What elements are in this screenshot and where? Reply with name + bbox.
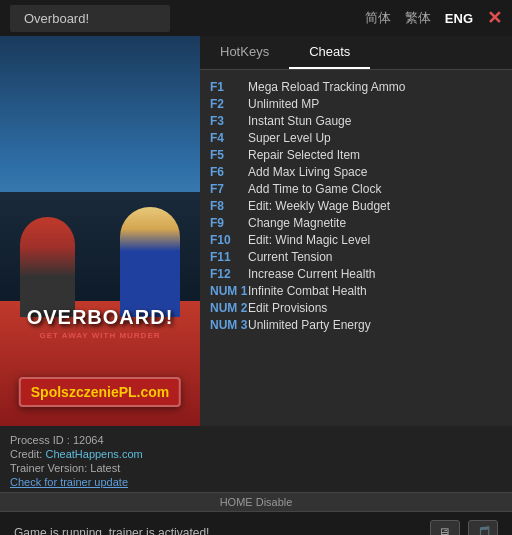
status-icons: 🖥 🎵 xyxy=(430,520,498,536)
cheat-row-f5: F5 Repair Selected Item xyxy=(210,146,502,163)
cheat-row-f6: F6 Add Max Living Space xyxy=(210,163,502,180)
window-title: Overboard! xyxy=(10,5,170,32)
status-bar: Game is running, trainer is activated! 🖥… xyxy=(0,511,512,535)
tab-bar: HotKeys Cheats xyxy=(200,36,512,70)
cheat-row-f9: F9 Change Magnetite xyxy=(210,214,502,231)
cheat-label-f3: Instant Stun Gauge xyxy=(248,114,351,128)
cheat-key-f7: F7 xyxy=(210,182,248,196)
credit-label: Credit: xyxy=(10,448,42,460)
bottom-info: Process ID : 12064 Credit: CheatHappens.… xyxy=(0,426,512,492)
right-panel: HotKeys Cheats F1 Mega Reload Tracking A… xyxy=(200,36,512,426)
cheat-label-f6: Add Max Living Space xyxy=(248,165,367,179)
music-icon-btn[interactable]: 🎵 xyxy=(468,520,498,536)
cheat-key-f10: F10 xyxy=(210,233,248,247)
cheat-row-f12: F12 Increase Current Health xyxy=(210,265,502,282)
monitor-icon: 🖥 xyxy=(438,525,452,536)
cheat-row-num3: NUM 3 Unlimited Party Energy xyxy=(210,316,502,333)
cheat-label-f11: Current Tension xyxy=(248,250,333,264)
game-title-text: OVERBOARD! xyxy=(0,306,200,329)
cheat-key-f5: F5 xyxy=(210,148,248,162)
game-image: OVERBOARD! GET AWAY WITH MURDER Spolszcz… xyxy=(0,36,200,426)
cheat-key-f1: F1 xyxy=(210,80,248,94)
game-subtitle-text: GET AWAY WITH MURDER xyxy=(0,331,200,340)
update-link[interactable]: Check for trainer update xyxy=(10,476,502,488)
cheat-key-f2: F2 xyxy=(210,97,248,111)
status-text: Game is running, trainer is activated! xyxy=(14,526,209,536)
cheat-key-num3: NUM 3 xyxy=(210,318,248,332)
cheat-row-f3: F3 Instant Stun Gauge xyxy=(210,112,502,129)
cheat-row-f4: F4 Super Level Up xyxy=(210,129,502,146)
cheat-label-f5: Repair Selected Item xyxy=(248,148,360,162)
cheat-label-f7: Add Time to Game Clock xyxy=(248,182,381,196)
process-id-line: Process ID : 12064 xyxy=(10,434,502,446)
cheat-label-f8: Edit: Weekly Wage Budget xyxy=(248,199,390,213)
tab-cheats[interactable]: Cheats xyxy=(289,36,370,69)
version-line: Trainer Version: Latest xyxy=(10,462,502,474)
monitor-icon-btn[interactable]: 🖥 xyxy=(430,520,460,536)
cheat-label-f12: Increase Current Health xyxy=(248,267,375,281)
cheat-key-f9: F9 xyxy=(210,216,248,230)
watermark-text: SpolszczeniePL.com xyxy=(31,384,169,400)
credit-line: Credit: CheatHappens.com xyxy=(10,448,502,460)
cheat-row-f2: F2 Unlimited MP xyxy=(210,95,502,112)
cheat-label-num1: Infinite Combat Health xyxy=(248,284,367,298)
cheat-key-f4: F4 xyxy=(210,131,248,145)
cheat-key-f8: F8 xyxy=(210,199,248,213)
cheat-row-f11: F11 Current Tension xyxy=(210,248,502,265)
cheat-row-num1: NUM 1 Infinite Combat Health xyxy=(210,282,502,299)
cheat-label-f10: Edit: Wind Magic Level xyxy=(248,233,370,247)
cheat-label-f4: Super Level Up xyxy=(248,131,331,145)
music-icon: 🎵 xyxy=(475,525,492,536)
cheat-row-f1: F1 Mega Reload Tracking Ammo xyxy=(210,78,502,95)
watermark: SpolszczeniePL.com xyxy=(19,377,181,407)
cheat-key-f6: F6 xyxy=(210,165,248,179)
cheat-row-f8: F8 Edit: Weekly Wage Budget xyxy=(210,197,502,214)
home-disable-bar[interactable]: HOME Disable xyxy=(0,492,512,511)
title-bar: Overboard! 简体 繁体 ENG ✕ xyxy=(0,0,512,36)
cheat-label-f9: Change Magnetite xyxy=(248,216,346,230)
cheat-key-f3: F3 xyxy=(210,114,248,128)
cheat-label-f2: Unlimited MP xyxy=(248,97,319,111)
close-button[interactable]: ✕ xyxy=(487,7,502,29)
cheat-row-f10: F10 Edit: Wind Magic Level xyxy=(210,231,502,248)
cheat-label-f1: Mega Reload Tracking Ammo xyxy=(248,80,405,94)
tab-hotkeys[interactable]: HotKeys xyxy=(200,36,289,69)
game-title-overlay: OVERBOARD! GET AWAY WITH MURDER xyxy=(0,306,200,340)
lang-english-btn[interactable]: ENG xyxy=(445,11,473,26)
cheat-row-f7: F7 Add Time to Game Clock xyxy=(210,180,502,197)
cheat-label-num2: Edit Provisions xyxy=(248,301,327,315)
main-area: OVERBOARD! GET AWAY WITH MURDER Spolszcz… xyxy=(0,36,512,426)
cheat-label-num3: Unlimited Party Energy xyxy=(248,318,371,332)
language-controls: 简体 繁体 ENG ✕ xyxy=(365,7,502,29)
character-1 xyxy=(120,207,180,317)
credit-value: CheatHappens.com xyxy=(45,448,142,460)
character-2 xyxy=(20,217,75,317)
cheat-key-num2: NUM 2 xyxy=(210,301,248,315)
cheat-key-f11: F11 xyxy=(210,250,248,264)
cheat-key-num1: NUM 1 xyxy=(210,284,248,298)
cheat-row-num2: NUM 2 Edit Provisions xyxy=(210,299,502,316)
lang-traditional-btn[interactable]: 繁体 xyxy=(405,9,431,27)
lang-simple-btn[interactable]: 简体 xyxy=(365,9,391,27)
cheats-list: F1 Mega Reload Tracking Ammo F2 Unlimite… xyxy=(200,70,512,426)
cheat-key-f12: F12 xyxy=(210,267,248,281)
